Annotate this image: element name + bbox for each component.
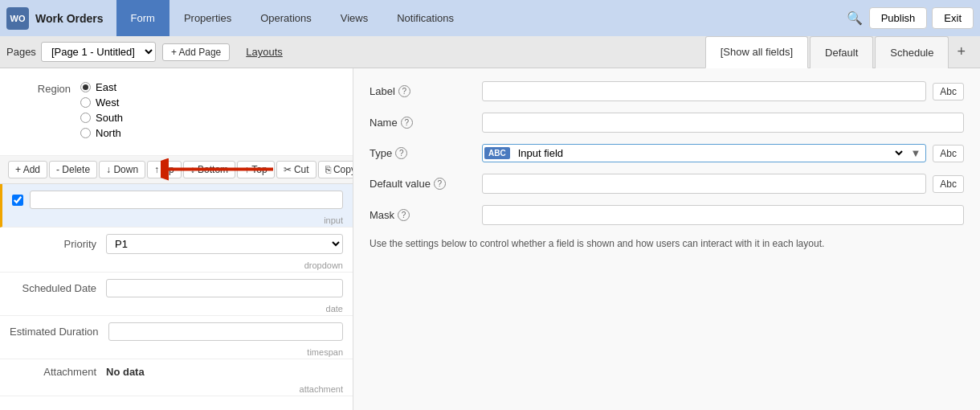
type-abc-button[interactable]: Abc — [933, 145, 964, 162]
nav-tab-views[interactable]: Views — [326, 0, 382, 36]
cut-button[interactable]: ✂ Cut — [276, 161, 316, 178]
default-value-prop-label: Default value ? — [370, 178, 482, 190]
search-button[interactable]: 🔍 — [840, 10, 869, 26]
down-button[interactable]: ↓ Down — [99, 161, 145, 178]
right-panel: Label ? Abc Name ? Type ? ABC Input fie — [353, 68, 980, 410]
layout-tab-show-all[interactable]: [Show all fields] — [705, 36, 808, 68]
default-value-text: Default value — [370, 178, 431, 190]
top-nav: WO Work Orders Form Properties Operation… — [0, 0, 980, 36]
type-prop-label: Type ? — [370, 147, 482, 159]
main-content: Region East West South — [0, 68, 980, 410]
add-layout-tab-button[interactable]: + — [949, 36, 974, 68]
default-value-help-icon[interactable]: ? — [434, 178, 446, 190]
name-prop-row: Name ? — [370, 113, 964, 133]
label-help-icon[interactable]: ? — [398, 85, 410, 97]
publish-button[interactable]: Publish — [869, 7, 928, 29]
priority-select[interactable]: P1 — [106, 234, 343, 254]
mask-help-icon[interactable]: ? — [398, 209, 410, 221]
region-option-west[interactable]: West — [80, 96, 123, 109]
type-prop-row: Type ? ABC Input field ▼ Abc — [370, 144, 964, 162]
label-prop-row: Label ? Abc — [370, 81, 964, 101]
toolbar-wrapper: + Add - Delete ↓ Down ↑ Up ↓ Bottom ↑ To… — [0, 156, 353, 184]
sub-nav: Pages [Page 1 - Untitled] + Add Page Lay… — [0, 36, 980, 68]
checkbox-input[interactable] — [12, 195, 23, 206]
mask-text: Mask — [370, 209, 394, 221]
table-row: Estimated Duration timespan — [0, 316, 353, 359]
region-section: Region East West South — [0, 68, 353, 156]
region-east-label: East — [96, 81, 116, 93]
region-north-label: North — [96, 127, 121, 139]
layout-tabs: [Show all fields] Default Schedule + — [704, 36, 974, 68]
region-options: East West South North — [80, 81, 123, 139]
label-input[interactable] — [482, 81, 926, 101]
table-row: Priority P1 dropdown — [0, 228, 353, 273]
priority-label: Priority — [10, 238, 106, 250]
nav-tab-notifications[interactable]: Notifications — [382, 0, 468, 36]
name-prop-label: Name ? — [370, 117, 482, 129]
type-arrow-icon: ▼ — [905, 147, 925, 159]
table-row: Attachment No data attachment — [0, 359, 353, 396]
region-option-east[interactable]: East — [80, 81, 123, 93]
mask-prop-row: Mask ? — [370, 205, 964, 225]
layout-tab-default[interactable]: Default — [810, 36, 873, 68]
name-input[interactable] — [482, 113, 964, 133]
region-option-north[interactable]: North — [80, 127, 123, 139]
top-button[interactable]: ↑ Top — [237, 161, 274, 178]
form-fields: input Priority P1 dropdown Scheduled Dat… — [0, 184, 353, 396]
radio-west-icon — [80, 97, 91, 108]
app-icon: WO — [6, 7, 29, 30]
attachment-hint: attachment — [0, 384, 353, 396]
hint-text: Use the settings below to control whethe… — [370, 236, 964, 251]
label-prop-label: Label ? — [370, 85, 482, 97]
name-help-icon[interactable]: ? — [401, 117, 413, 129]
delete-button[interactable]: - Delete — [49, 161, 97, 178]
pages-select[interactable]: [Page 1 - Untitled] — [41, 42, 156, 62]
timespan-hint: timespan — [0, 347, 353, 359]
exit-button[interactable]: Exit — [932, 7, 974, 29]
default-value-abc-button[interactable]: Abc — [933, 175, 964, 193]
input-hint: input — [2, 215, 353, 227]
type-select[interactable]: Input field — [512, 145, 906, 162]
type-help-icon[interactable]: ? — [395, 147, 407, 159]
region-option-south[interactable]: South — [80, 112, 123, 124]
attachment-label: Attachment — [10, 366, 106, 378]
attachment-inner: Attachment No data — [0, 359, 353, 384]
app-title: Work Orders — [35, 12, 104, 25]
layouts-link[interactable]: Layouts — [246, 46, 283, 58]
checkbox-text-input[interactable] — [30, 191, 343, 209]
mask-prop-label: Mask ? — [370, 209, 482, 221]
scheduled-date-label: Scheduled Date — [10, 282, 106, 294]
nav-tab-properties[interactable]: Properties — [169, 0, 246, 36]
checkbox-row-inner — [2, 184, 353, 215]
scheduled-date-inner: Scheduled Date — [0, 273, 353, 304]
date-hint: date — [0, 304, 353, 315]
left-panel: Region East West South — [0, 68, 353, 410]
type-text: Type — [370, 147, 392, 159]
type-select-wrapper: ABC Input field ▼ — [482, 144, 926, 162]
scheduled-date-input[interactable] — [106, 279, 343, 297]
bottom-button[interactable]: ↓ Bottom — [183, 161, 235, 178]
copy-button[interactable]: ⎘ Copy — [318, 161, 353, 178]
label-text: Label — [370, 85, 395, 97]
table-row: input — [0, 184, 353, 228]
radio-south-icon — [80, 113, 91, 123]
add-page-button[interactable]: + Add Page — [162, 43, 230, 61]
nav-tabs: Form Properties Operations Views Notific… — [116, 0, 468, 36]
add-button[interactable]: + Add — [8, 161, 47, 178]
dropdown-hint: dropdown — [0, 260, 353, 272]
estimated-duration-inner: Estimated Duration — [0, 316, 353, 347]
nav-tab-operations[interactable]: Operations — [246, 0, 326, 36]
pages-label: Pages — [6, 46, 36, 58]
mask-input[interactable] — [482, 205, 964, 225]
default-value-prop-row: Default value ? Abc — [370, 174, 964, 194]
table-row: Scheduled Date date — [0, 273, 353, 316]
label-abc-button[interactable]: Abc — [933, 83, 964, 100]
nav-tab-form[interactable]: Form — [116, 0, 169, 36]
layout-tab-schedule[interactable]: Schedule — [875, 36, 949, 68]
region-west-label: West — [96, 96, 119, 109]
up-button[interactable]: ↑ Up — [147, 161, 182, 178]
estimated-duration-label: Estimated Duration — [10, 326, 108, 338]
default-value-input[interactable] — [482, 174, 926, 194]
attachment-no-data: No data — [106, 366, 145, 378]
estimated-duration-input[interactable] — [108, 322, 343, 341]
